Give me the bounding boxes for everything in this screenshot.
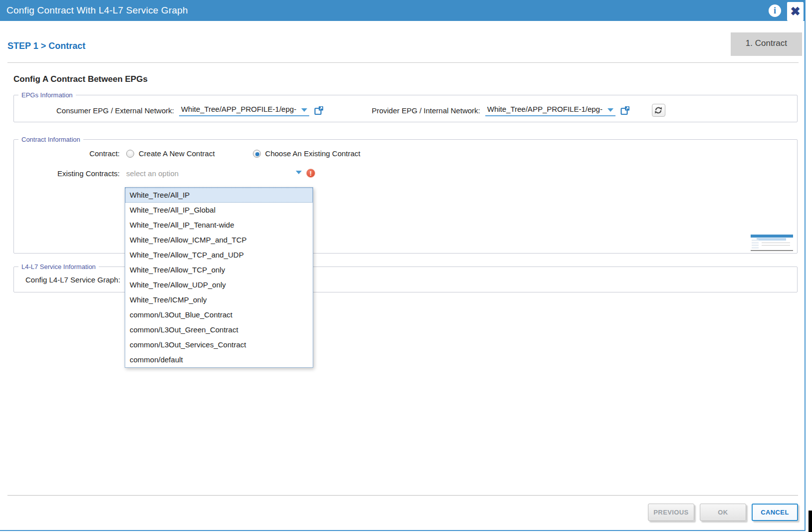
- previous-button[interactable]: PREVIOUS: [648, 504, 694, 521]
- step-breadcrumb: STEP 1 > Contract: [7, 32, 85, 56]
- chevron-down-icon: [608, 108, 613, 112]
- dropdown-option[interactable]: White_Tree/ICMP_only: [125, 292, 313, 307]
- config-contract-dialog: Config Contract With L4-L7 Service Graph…: [0, 0, 806, 531]
- contract-radio-row: Contract: Create A New Contract Choose A…: [14, 143, 797, 158]
- existing-contracts-row: Existing Contracts: select an option !: [14, 158, 797, 178]
- existing-contracts-label: Existing Contracts:: [14, 169, 120, 178]
- dialog-title: Config Contract With L4-L7 Service Graph: [6, 5, 188, 16]
- ok-button[interactable]: OK: [700, 504, 746, 521]
- header-divider: [7, 62, 799, 63]
- info-icon[interactable]: i: [769, 4, 781, 17]
- existing-contracts-placeholder: select an option: [126, 169, 179, 178]
- epgs-row: Consumer EPG / External Network: White_T…: [14, 99, 797, 124]
- refresh-icon: [653, 105, 663, 115]
- epgs-information-section: EPGs Information Consumer EPG / External…: [13, 91, 798, 122]
- epgs-information-legend: EPGs Information: [18, 91, 76, 99]
- dropdown-option[interactable]: common/L3Out_Blue_Contract: [125, 307, 313, 322]
- dropdown-option[interactable]: common/default: [125, 352, 313, 367]
- dropdown-option[interactable]: common/L3Out_Green_Contract: [125, 322, 313, 337]
- page-title: Config A Contract Between EPGs: [13, 74, 805, 84]
- consumer-epg-combobox[interactable]: White_Tree/APP_PROFILE-1/epg-: [179, 105, 309, 116]
- dialog-titlebar: Config Contract With L4-L7 Service Graph…: [0, 0, 805, 21]
- step-header: STEP 1 > Contract 1. Contract: [0, 32, 805, 56]
- service-graph-label: Config L4-L7 Service Graph:: [25, 275, 120, 284]
- dropdown-option[interactable]: common/L3Out_Services_Contract: [125, 337, 313, 352]
- contract-information-legend: Contract Information: [18, 136, 83, 143]
- step-badge: 1. Contract: [731, 32, 802, 56]
- titlebar-actions: i ✖: [769, 0, 805, 21]
- validation-error-icon: !: [306, 169, 315, 178]
- footer-buttons: PREVIOUS OK CANCEL: [648, 504, 798, 521]
- chevron-down-icon: [296, 171, 302, 174]
- screen-edge-artifact: [809, 511, 812, 532]
- radio-selected-icon: [253, 150, 261, 158]
- radio-unselected-icon: [126, 150, 134, 158]
- close-icon[interactable]: ✖: [787, 2, 804, 21]
- refresh-button[interactable]: [652, 104, 665, 117]
- footer-divider: [7, 495, 798, 496]
- cancel-button[interactable]: CANCEL: [752, 504, 798, 521]
- provider-epg-combobox[interactable]: White_Tree/APP_PROFILE-1/epg-: [485, 105, 615, 116]
- provider-epg-value: White_Tree/APP_PROFILE-1/epg-: [487, 105, 603, 113]
- chevron-down-icon: [301, 108, 307, 112]
- dropdown-option[interactable]: White_Tree/All_IP_Tenant-wide: [125, 218, 313, 233]
- dropdown-option[interactable]: White_Tree/Allow_TCP_and_UDP: [125, 248, 313, 263]
- provider-epg-label: Provider EPG / Internal Network:: [372, 106, 480, 115]
- provider-open-detail-icon[interactable]: [620, 106, 630, 115]
- dropdown-option[interactable]: White_Tree/Allow_UDP_only: [125, 277, 313, 292]
- contract-label: Contract:: [14, 149, 120, 158]
- consumer-epg-label: Consumer EPG / External Network:: [56, 106, 174, 115]
- consumer-epg-value: White_Tree/APP_PROFILE-1/epg-: [181, 105, 296, 113]
- radio-create-new-contract[interactable]: Create A New Contract: [126, 149, 215, 158]
- radio-choose-existing-contract[interactable]: Choose An Existing Contract: [253, 149, 361, 158]
- dropdown-option[interactable]: White_Tree/Allow_TCP_only: [125, 263, 313, 277]
- l4l7-service-legend: L4-L7 Service Information: [18, 263, 99, 270]
- existing-contracts-combobox[interactable]: select an option: [126, 169, 303, 178]
- preview-thumbnail: [751, 235, 793, 251]
- dropdown-option[interactable]: White_Tree/All_IP: [125, 188, 313, 203]
- existing-contracts-dropdown-list: White_Tree/All_IP White_Tree/All_IP_Glob…: [125, 187, 313, 368]
- thumbnail-header-bar: [751, 235, 793, 238]
- radio-create-new-label: Create A New Contract: [139, 149, 215, 158]
- consumer-open-detail-icon[interactable]: [314, 106, 324, 115]
- dropdown-option[interactable]: White_Tree/Allow_ICMP_and_TCP: [125, 233, 313, 248]
- radio-choose-existing-label: Choose An Existing Contract: [265, 149, 361, 158]
- dropdown-option[interactable]: White_Tree/All_IP_Global: [125, 203, 313, 218]
